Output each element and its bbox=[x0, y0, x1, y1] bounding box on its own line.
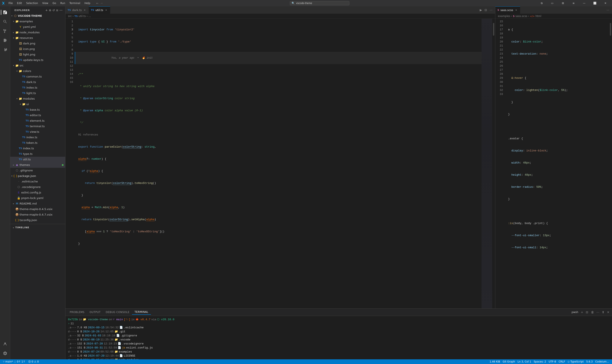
status-codeium[interactable]: Codeium... bbox=[594, 360, 610, 363]
status-eol[interactable]: CRLF bbox=[557, 360, 566, 363]
right-code-editor[interactable]: a { color: $link-color; text-decoration:… bbox=[505, 19, 609, 308]
menu-help[interactable]: Help bbox=[83, 1, 92, 5]
tree-item-index-ts-src[interactable]: TS index.ts bbox=[10, 146, 65, 151]
run-debug-activity-icon[interactable] bbox=[1, 36, 9, 45]
breadcrumb-examples[interactable]: examples bbox=[498, 15, 510, 18]
tree-item-colors[interactable]: ▾ 📁 colors bbox=[10, 68, 65, 74]
new-terminal-button[interactable]: + bbox=[580, 310, 584, 315]
tree-item-update-keys[interactable]: TS update-keys.ts bbox=[10, 57, 65, 63]
code-editor[interactable]: import tinycolor from 'tinycolor2' impor… bbox=[75, 19, 481, 308]
minimize-button[interactable]: — bbox=[579, 0, 589, 6]
breadcrumb-src[interactable]: src bbox=[68, 15, 72, 18]
source-control-activity-icon[interactable] bbox=[1, 27, 9, 35]
tree-item-token-ts[interactable]: TS token.ts bbox=[10, 140, 65, 146]
tree-item-tsconfig[interactable]: { } tsconfig.json bbox=[10, 218, 65, 223]
tab-terminal[interactable]: TERMINAL bbox=[132, 310, 151, 315]
tree-item-modules[interactable]: ▾ 📁 modules bbox=[10, 96, 65, 102]
tree-item-ui[interactable]: ▾ 📁 ui bbox=[10, 102, 65, 107]
status-indent[interactable]: Spaces: 2 bbox=[532, 360, 547, 363]
customize-button[interactable]: ≡ bbox=[569, 0, 578, 6]
tree-item-common-ts[interactable]: TS common.ts bbox=[10, 74, 65, 79]
tab-close-button[interactable]: ✕ bbox=[83, 8, 86, 12]
tree-item-terminal-ts[interactable]: TS terminal.ts bbox=[10, 124, 65, 129]
tree-item-package-json-section[interactable]: ▾ { } package.json bbox=[10, 173, 65, 179]
status-git-graph[interactable]: Git Graph bbox=[502, 360, 516, 363]
breadcrumb-file[interactable]: TS util.ts bbox=[74, 15, 86, 18]
explorer-activity-icon[interactable] bbox=[1, 8, 9, 17]
new-file-icon[interactable]: + bbox=[45, 9, 48, 12]
menu-file[interactable]: File bbox=[7, 1, 14, 5]
tree-item-base-ts[interactable]: TS base.ts bbox=[10, 107, 65, 113]
status-cursor[interactable]: Ln 3, Col 1 bbox=[516, 360, 532, 363]
tab-problems[interactable]: PROBLEMS bbox=[67, 310, 87, 314]
menu-terminal[interactable]: Terminal bbox=[68, 1, 82, 5]
tree-item-themes[interactable]: ▸ ◈ themes bbox=[10, 162, 65, 168]
breadcrumb-sass-file[interactable]: S sass.scss bbox=[513, 15, 527, 18]
tree-item-node-modules[interactable]: ▸ 📁 node_modules bbox=[10, 30, 65, 35]
more-actions-button[interactable]: ⋯ bbox=[489, 7, 493, 13]
nav-forward-button[interactable]: → bbox=[100, 2, 103, 5]
tab-dark-ts[interactable]: TS dark.ts ✕ bbox=[66, 6, 89, 14]
tree-item-index-ts-modules[interactable]: TS index.ts bbox=[10, 135, 65, 140]
tree-item-yaml[interactable]: Y yaml.yml bbox=[10, 24, 65, 30]
collapse-icon[interactable]: ≡ bbox=[56, 9, 59, 12]
status-git[interactable]: ⑂ main* ◌ 0↑ 1↑ bbox=[2, 359, 27, 364]
tree-root-item[interactable]: ▾ ⬡ VSCODE-THEME bbox=[10, 13, 65, 19]
new-folder-icon[interactable]: ⊕ bbox=[49, 9, 52, 12]
settings-activity-icon[interactable] bbox=[1, 349, 9, 358]
layout-button[interactable]: ▭ bbox=[547, 0, 557, 6]
tree-item-dark-ts[interactable]: TS dark.ts bbox=[10, 79, 65, 85]
right-editor-scrollbar[interactable] bbox=[609, 19, 612, 308]
status-filesize[interactable]: 1.46 KiB bbox=[488, 360, 502, 363]
nav-back-button[interactable]: ← bbox=[96, 2, 99, 5]
tree-item-examples[interactable]: ▾ 📁 examples bbox=[10, 19, 65, 24]
tree-item-view-ts[interactable]: TS view.ts bbox=[10, 129, 65, 135]
global-search-input[interactable] bbox=[290, 1, 349, 5]
kill-terminal-button[interactable]: 🗑 bbox=[590, 310, 595, 315]
breadcrumb-html[interactable]: </> html bbox=[530, 15, 541, 18]
tab-sass-scss[interactable]: S sass.scss ✕ bbox=[495, 6, 520, 14]
tab-output[interactable]: OUTPUT bbox=[87, 310, 103, 314]
tab-util-ts[interactable]: TS util.ts ✕ bbox=[89, 6, 110, 14]
refresh-icon[interactable]: ↺ bbox=[53, 9, 55, 12]
status-language[interactable]: ◇ TypeScript bbox=[566, 360, 585, 363]
split-editor-button[interactable]: ⊟ bbox=[484, 7, 488, 13]
tree-item-vscodeignore[interactable]: ⬡ .vscodeignore bbox=[10, 184, 65, 190]
search-activity-icon[interactable] bbox=[1, 17, 9, 26]
tree-item-eslint-config[interactable]: E eslint.config.js bbox=[10, 190, 65, 195]
tree-item-index-ts-colors[interactable]: TS index.ts bbox=[10, 85, 65, 91]
tree-item-icon-png[interactable]: 🖼 icon.png bbox=[10, 46, 65, 52]
tree-item-light-png[interactable]: 🖼 light.png bbox=[10, 52, 65, 57]
tab-close-button[interactable]: ✕ bbox=[105, 9, 108, 12]
tree-item-pnpm-lock[interactable]: 🔒 pnpm-lock.yaml bbox=[10, 195, 65, 201]
menu-view[interactable]: View bbox=[40, 1, 50, 5]
more-actions-icon[interactable]: ⋯ bbox=[59, 9, 63, 12]
panel-maximize-button[interactable]: ⬆ bbox=[601, 310, 605, 315]
tree-item-light-ts[interactable]: TS light.ts bbox=[10, 91, 65, 96]
split-button[interactable]: ⊞ bbox=[558, 0, 568, 6]
tree-item-editor-ts[interactable]: TS editor.ts bbox=[10, 113, 65, 118]
more-actions-right-button[interactable]: ⋯ bbox=[606, 7, 610, 13]
account-activity-icon[interactable] bbox=[1, 340, 9, 348]
tree-item-dark-png[interactable]: 🖼 dark.png bbox=[10, 41, 65, 46]
tree-item-element-ts[interactable]: TS element.ts bbox=[10, 118, 65, 124]
tree-item-gitignore[interactable]: ⬡ .gitignore bbox=[10, 168, 65, 173]
panel-close-button[interactable]: ✕ bbox=[606, 310, 610, 315]
tab-debug-console[interactable]: DEBUG CONSOLE bbox=[103, 310, 132, 314]
tab-close-button[interactable]: ✕ bbox=[515, 9, 518, 12]
editor-scrollbar[interactable] bbox=[492, 19, 495, 308]
timeline-header[interactable]: ▸ TIMELINE bbox=[10, 224, 65, 231]
tree-item-eslintcache[interactable]: · .eslintcache bbox=[10, 179, 65, 184]
breadcrumb-fn[interactable]: ... bbox=[88, 15, 91, 18]
terminal-content[interactable]: 0x723b in 📁 vscode-theme on ⑂ main [!↑] … bbox=[66, 316, 612, 359]
tree-item-src[interactable]: ▾ 📁 src bbox=[10, 63, 65, 68]
close-button[interactable]: ✕ bbox=[600, 0, 610, 6]
tree-item-vsix-047[interactable]: 📦 theme-maple-0.4.7.vsix bbox=[10, 212, 65, 218]
status-errors[interactable]: ⓪ 0 ⚠ 0 bbox=[27, 359, 40, 364]
run-button[interactable]: ▶ bbox=[479, 7, 483, 13]
tree-item-type-ts[interactable]: TS type.ts bbox=[10, 151, 65, 157]
menu-go[interactable]: Go bbox=[51, 1, 58, 5]
sidebar-toggle-button[interactable]: ⧉ bbox=[537, 0, 546, 6]
menu-edit[interactable]: Edit bbox=[15, 1, 24, 5]
maximize-button[interactable]: ⬜ bbox=[590, 0, 600, 6]
